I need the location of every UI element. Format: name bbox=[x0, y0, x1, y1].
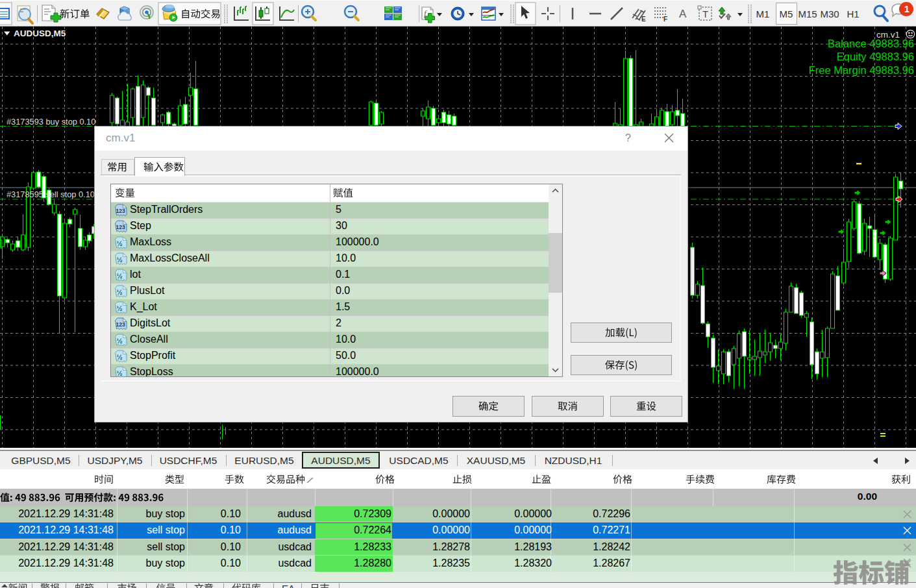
svg-text:½: ½ bbox=[117, 304, 123, 312]
svg-text:F: F bbox=[663, 16, 667, 23]
svg-text:E: E bbox=[641, 16, 646, 23]
svg-text:123: 123 bbox=[116, 224, 125, 230]
svg-text:123: 123 bbox=[116, 208, 125, 214]
svg-text:½: ½ bbox=[117, 239, 123, 247]
svg-text:½: ½ bbox=[117, 256, 123, 263]
svg-text:A: A bbox=[679, 8, 687, 20]
svg-text:½: ½ bbox=[117, 369, 123, 377]
svg-text:½: ½ bbox=[117, 288, 123, 296]
svg-text:½: ½ bbox=[117, 337, 123, 345]
svg-text:½: ½ bbox=[117, 353, 123, 361]
svg-text:½: ½ bbox=[117, 272, 123, 280]
svg-text:1: 1 bbox=[904, 4, 910, 14]
svg-text:123: 123 bbox=[116, 321, 125, 328]
svg-text:T: T bbox=[702, 8, 708, 19]
